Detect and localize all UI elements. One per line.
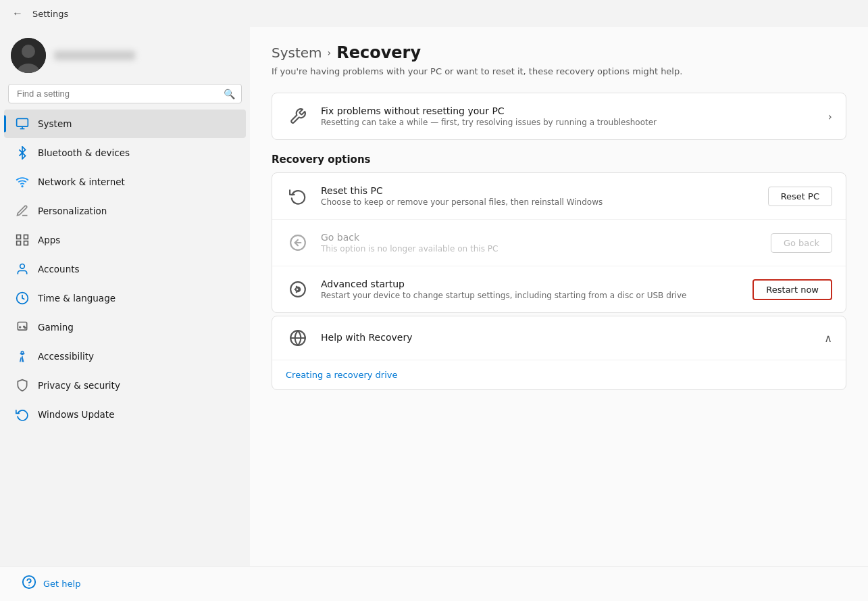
sidebar-item-personalization[interactable]: Personalization [4,197,246,225]
get-help-icon [22,575,36,593]
fix-text: Fix problems without resetting your PC R… [321,105,817,127]
sidebar-item-privacy[interactable]: Privacy & security [4,371,246,400]
breadcrumb: System › Recovery [272,43,846,62]
sidebar-item-bluetooth[interactable]: Bluetooth & devices [4,139,246,167]
content-area: System › Recovery If you're having probl… [250,27,868,566]
fix-chevron: › [828,110,832,123]
help-icon [286,326,310,350]
go-back-button[interactable]: Go back [771,233,832,253]
help-header[interactable]: Help with Recovery ∧ [272,316,846,360]
sidebar-item-windowsupdate[interactable]: Windows Update [4,400,246,429]
sidebar-label-personalization: Personalization [38,206,107,216]
windowsupdate-nav-icon [15,407,30,422]
advanced-text: Advanced startup Restart your device to … [321,279,742,300]
sidebar-label-windowsupdate: Windows Update [38,409,114,420]
sidebar-item-network[interactable]: Network & internet [4,168,246,196]
advanced-desc: Restart your device to change startup se… [321,291,742,300]
svg-point-11 [20,264,25,269]
recovery-options-heading: Recovery options [272,153,846,166]
apps-nav-icon [15,233,30,247]
sidebar-label-apps: Apps [38,235,60,245]
go-back-row: Go back This option is no longer availab… [272,219,846,266]
breadcrumb-system: System [272,45,322,61]
sidebar-label-bluetooth: Bluetooth & devices [38,147,130,158]
svg-point-17 [21,352,23,354]
fix-desc: Resetting can take a while — first, try … [321,118,817,127]
fix-title: Fix problems without resetting your PC [321,105,817,116]
fix-problems-card[interactable]: Fix problems without resetting your PC R… [272,93,846,140]
sidebar-item-accounts[interactable]: Accounts [4,255,246,283]
chevron-up-icon: ∧ [824,332,832,345]
svg-point-1 [22,45,35,58]
bluetooth-nav-icon [15,145,30,160]
svg-rect-8 [24,235,28,239]
goback-action: Go back [771,233,832,253]
advanced-icon [286,277,310,302]
goback-icon [286,231,310,255]
user-section [0,27,250,81]
reset-icon [286,184,310,208]
svg-point-6 [22,186,23,187]
help-title: Help with Recovery [321,332,412,343]
svg-point-22 [296,287,301,292]
breadcrumb-current: Recovery [336,43,421,62]
top-bar-title: Settings [32,9,68,19]
svg-point-20 [290,282,305,297]
help-card: Help with Recovery ∧ Creating a recovery… [272,316,846,390]
advanced-action: Restart now [752,279,832,300]
chevron-right-icon: › [828,110,832,123]
accounts-nav-icon [15,262,30,277]
sidebar-label-accounts: Accounts [38,264,80,274]
sidebar-label-privacy: Privacy & security [38,380,120,391]
reset-action: Reset PC [768,187,832,206]
svg-rect-9 [17,241,21,245]
breadcrumb-arrow: › [328,47,332,58]
sidebar-item-time[interactable]: Time & language [4,284,246,312]
svg-point-16 [24,327,26,329]
main-layout: 🔍 SystemBluetooth & devicesNetwork & int… [0,27,868,566]
time-nav-icon [15,291,30,306]
sidebar-label-system: System [38,118,72,129]
reset-title: Reset this PC [321,185,757,196]
sidebar-item-gaming[interactable]: Gaming [4,313,246,341]
network-nav-icon [15,174,30,189]
recovery-options-card: Reset this PC Choose to keep or remove y… [272,172,846,313]
reset-desc: Choose to keep or remove your personal f… [321,197,757,207]
sidebar-label-gaming: Gaming [38,322,74,333]
sidebar-item-accessibility[interactable]: Accessibility [4,342,246,370]
avatar [11,38,46,73]
fix-icon [286,104,310,128]
help-body: Creating a recovery drive [272,360,846,389]
goback-text: Go back This option is no longer availab… [321,232,760,254]
get-help-bar[interactable]: Get help [0,566,868,601]
sidebar: 🔍 SystemBluetooth & devicesNetwork & int… [0,27,250,566]
search-input[interactable] [8,84,242,103]
svg-rect-3 [17,119,28,127]
system-nav-icon [15,116,30,131]
reset-pc-button[interactable]: Reset PC [768,187,832,206]
sidebar-item-system[interactable]: System [4,110,246,138]
top-bar: ← Settings [0,0,868,27]
help-item[interactable]: Creating a recovery drive [286,370,832,380]
get-help-label: Get help [43,579,80,589]
advanced-startup-row: Advanced startup Restart your device to … [272,266,846,312]
svg-rect-10 [24,241,28,245]
user-name-blurred [54,51,135,60]
sidebar-label-network: Network & internet [38,176,125,187]
gaming-nav-icon [15,320,30,335]
personalization-nav-icon [15,203,30,218]
sidebar-item-apps[interactable]: Apps [4,226,246,254]
restart-now-button[interactable]: Restart now [752,279,832,300]
reset-text: Reset this PC Choose to keep or remove y… [321,185,757,207]
goback-title: Go back [321,232,760,243]
svg-rect-7 [17,235,21,239]
goback-desc: This option is no longer available on th… [321,244,760,254]
reset-pc-row: Reset this PC Choose to keep or remove y… [272,173,846,219]
fix-problems-row[interactable]: Fix problems without resetting your PC R… [272,93,846,139]
privacy-nav-icon [15,378,30,393]
page-description: If you're having problems with your PC o… [272,66,846,76]
search-box: 🔍 [8,84,242,103]
back-button[interactable]: ← [8,4,27,23]
advanced-title: Advanced startup [321,279,742,289]
accessibility-nav-icon [15,349,30,364]
